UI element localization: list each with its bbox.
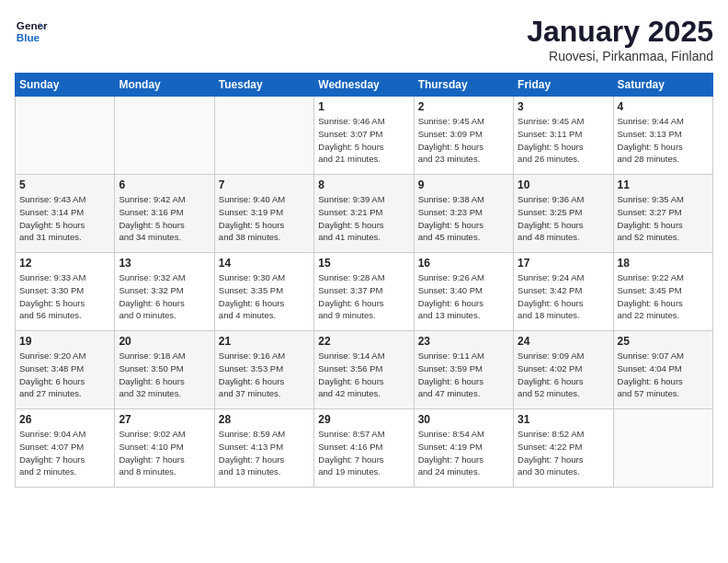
day-detail: Sunrise: 9:32 AM Sunset: 3:32 PM Dayligh… xyxy=(119,271,210,322)
day-detail: Sunrise: 9:45 AM Sunset: 3:11 PM Dayligh… xyxy=(518,115,609,166)
day-detail: Sunrise: 9:38 AM Sunset: 3:23 PM Dayligh… xyxy=(418,193,509,244)
day-detail: Sunrise: 9:07 AM Sunset: 4:04 PM Dayligh… xyxy=(618,350,709,400)
calendar-cell: 25Sunrise: 9:07 AM Sunset: 4:04 PM Dayli… xyxy=(613,331,712,409)
calendar-cell: 30Sunrise: 8:54 AM Sunset: 4:19 PM Dayli… xyxy=(414,409,513,488)
calendar-cell: 7Sunrise: 9:40 AM Sunset: 3:19 PM Daylig… xyxy=(214,175,313,253)
calendar-cell: 15Sunrise: 9:28 AM Sunset: 3:37 PM Dayli… xyxy=(314,253,414,331)
day-detail: Sunrise: 9:39 AM Sunset: 3:21 PM Dayligh… xyxy=(318,193,409,244)
day-detail: Sunrise: 9:24 AM Sunset: 3:42 PM Dayligh… xyxy=(518,271,609,322)
day-detail: Sunrise: 9:46 AM Sunset: 3:07 PM Dayligh… xyxy=(318,115,409,166)
day-detail: Sunrise: 9:20 AM Sunset: 3:48 PM Dayligh… xyxy=(19,350,110,400)
calendar-cell: 14Sunrise: 9:30 AM Sunset: 3:35 PM Dayli… xyxy=(214,253,313,331)
day-number: 2 xyxy=(418,100,509,113)
header-monday: Monday xyxy=(115,74,214,97)
day-detail: Sunrise: 8:59 AM Sunset: 4:13 PM Dayligh… xyxy=(219,428,310,478)
day-number: 15 xyxy=(318,257,409,270)
calendar-cell: 4Sunrise: 9:44 AM Sunset: 3:13 PM Daylig… xyxy=(613,97,712,175)
day-detail: Sunrise: 9:18 AM Sunset: 3:50 PM Dayligh… xyxy=(119,350,210,400)
title-block: January 2025 Ruovesi, Pirkanmaa, Finland xyxy=(527,15,713,63)
day-detail: Sunrise: 8:57 AM Sunset: 4:16 PM Dayligh… xyxy=(318,428,409,478)
day-number: 31 xyxy=(518,413,609,426)
calendar-cell: 19Sunrise: 9:20 AM Sunset: 3:48 PM Dayli… xyxy=(16,331,115,409)
day-detail: Sunrise: 9:33 AM Sunset: 3:30 PM Dayligh… xyxy=(19,271,110,322)
calendar-cell xyxy=(16,97,115,175)
day-detail: Sunrise: 9:35 AM Sunset: 3:27 PM Dayligh… xyxy=(618,193,709,244)
day-detail: Sunrise: 9:26 AM Sunset: 3:40 PM Dayligh… xyxy=(418,271,509,322)
day-number: 3 xyxy=(518,100,609,113)
calendar-cell: 17Sunrise: 9:24 AM Sunset: 3:42 PM Dayli… xyxy=(514,253,613,331)
day-number: 13 xyxy=(119,257,210,270)
calendar-week-row: 12Sunrise: 9:33 AM Sunset: 3:30 PM Dayli… xyxy=(16,253,713,331)
month-title: January 2025 xyxy=(527,15,713,49)
calendar-week-row: 26Sunrise: 9:04 AM Sunset: 4:07 PM Dayli… xyxy=(16,409,713,488)
calendar-cell: 26Sunrise: 9:04 AM Sunset: 4:07 PM Dayli… xyxy=(16,409,115,488)
day-number: 24 xyxy=(518,335,609,348)
day-number: 28 xyxy=(219,413,310,426)
calendar-cell: 6Sunrise: 9:42 AM Sunset: 3:16 PM Daylig… xyxy=(115,175,214,253)
calendar-cell: 8Sunrise: 9:39 AM Sunset: 3:21 PM Daylig… xyxy=(314,175,414,253)
svg-text:General: General xyxy=(17,19,48,31)
location-subtitle: Ruovesi, Pirkanmaa, Finland xyxy=(527,49,713,63)
day-number: 27 xyxy=(119,413,210,426)
header-tuesday: Tuesday xyxy=(214,74,313,97)
calendar-cell: 11Sunrise: 9:35 AM Sunset: 3:27 PM Dayli… xyxy=(613,175,712,253)
calendar-cell xyxy=(214,97,313,175)
calendar-cell: 27Sunrise: 9:02 AM Sunset: 4:10 PM Dayli… xyxy=(115,409,214,488)
calendar-week-row: 19Sunrise: 9:20 AM Sunset: 3:48 PM Dayli… xyxy=(16,331,713,409)
day-number: 5 xyxy=(19,178,110,191)
day-detail: Sunrise: 9:04 AM Sunset: 4:07 PM Dayligh… xyxy=(19,428,110,478)
header-wednesday: Wednesday xyxy=(314,74,414,97)
day-detail: Sunrise: 9:40 AM Sunset: 3:19 PM Dayligh… xyxy=(219,193,310,244)
day-number: 30 xyxy=(418,413,509,426)
calendar-cell: 28Sunrise: 8:59 AM Sunset: 4:13 PM Dayli… xyxy=(214,409,313,488)
day-detail: Sunrise: 9:42 AM Sunset: 3:16 PM Dayligh… xyxy=(119,193,210,244)
day-number: 20 xyxy=(119,335,210,348)
svg-text:Blue: Blue xyxy=(17,31,40,43)
day-number: 18 xyxy=(618,257,709,270)
calendar-cell: 10Sunrise: 9:36 AM Sunset: 3:25 PM Dayli… xyxy=(514,175,613,253)
day-number: 16 xyxy=(418,257,509,270)
day-number: 8 xyxy=(318,178,409,191)
day-number: 9 xyxy=(418,178,509,191)
calendar-cell: 1Sunrise: 9:46 AM Sunset: 3:07 PM Daylig… xyxy=(314,97,414,175)
calendar-cell: 24Sunrise: 9:09 AM Sunset: 4:02 PM Dayli… xyxy=(514,331,613,409)
calendar-cell: 13Sunrise: 9:32 AM Sunset: 3:32 PM Dayli… xyxy=(115,253,214,331)
day-detail: Sunrise: 9:16 AM Sunset: 3:53 PM Dayligh… xyxy=(219,350,310,400)
calendar-cell: 29Sunrise: 8:57 AM Sunset: 4:16 PM Dayli… xyxy=(314,409,414,488)
day-detail: Sunrise: 9:14 AM Sunset: 3:56 PM Dayligh… xyxy=(318,350,409,400)
day-number: 26 xyxy=(19,413,110,426)
calendar-week-row: 5Sunrise: 9:43 AM Sunset: 3:14 PM Daylig… xyxy=(16,175,713,253)
day-number: 14 xyxy=(219,257,310,270)
day-number: 21 xyxy=(219,335,310,348)
calendar-cell: 20Sunrise: 9:18 AM Sunset: 3:50 PM Dayli… xyxy=(115,331,214,409)
day-number: 12 xyxy=(19,257,110,270)
calendar-table: Sunday Monday Tuesday Wednesday Thursday… xyxy=(15,73,713,488)
header-saturday: Saturday xyxy=(613,74,712,97)
day-detail: Sunrise: 9:36 AM Sunset: 3:25 PM Dayligh… xyxy=(518,193,609,244)
day-number: 29 xyxy=(318,413,409,426)
calendar-cell: 31Sunrise: 8:52 AM Sunset: 4:22 PM Dayli… xyxy=(514,409,613,488)
calendar-cell: 21Sunrise: 9:16 AM Sunset: 3:53 PM Dayli… xyxy=(214,331,313,409)
day-number: 17 xyxy=(518,257,609,270)
logo: General Blue xyxy=(15,15,48,48)
day-detail: Sunrise: 8:52 AM Sunset: 4:22 PM Dayligh… xyxy=(518,428,609,478)
calendar-cell: 18Sunrise: 9:22 AM Sunset: 3:45 PM Dayli… xyxy=(613,253,712,331)
days-header-row: Sunday Monday Tuesday Wednesday Thursday… xyxy=(16,74,713,97)
day-number: 6 xyxy=(119,178,210,191)
day-detail: Sunrise: 9:09 AM Sunset: 4:02 PM Dayligh… xyxy=(518,350,609,400)
calendar-cell: 12Sunrise: 9:33 AM Sunset: 3:30 PM Dayli… xyxy=(16,253,115,331)
calendar-cell: 3Sunrise: 9:45 AM Sunset: 3:11 PM Daylig… xyxy=(514,97,613,175)
day-number: 7 xyxy=(219,178,310,191)
day-number: 4 xyxy=(618,100,709,113)
day-detail: Sunrise: 9:02 AM Sunset: 4:10 PM Dayligh… xyxy=(119,428,210,478)
logo-icon: General Blue xyxy=(15,15,48,48)
header-sunday: Sunday xyxy=(16,74,115,97)
day-detail: Sunrise: 9:44 AM Sunset: 3:13 PM Dayligh… xyxy=(618,115,709,166)
day-detail: Sunrise: 9:45 AM Sunset: 3:09 PM Dayligh… xyxy=(418,115,509,166)
calendar-cell: 16Sunrise: 9:26 AM Sunset: 3:40 PM Dayli… xyxy=(414,253,513,331)
day-number: 19 xyxy=(19,335,110,348)
header-thursday: Thursday xyxy=(414,74,513,97)
calendar-cell: 9Sunrise: 9:38 AM Sunset: 3:23 PM Daylig… xyxy=(414,175,513,253)
day-number: 25 xyxy=(618,335,709,348)
calendar-week-row: 1Sunrise: 9:46 AM Sunset: 3:07 PM Daylig… xyxy=(16,97,713,175)
